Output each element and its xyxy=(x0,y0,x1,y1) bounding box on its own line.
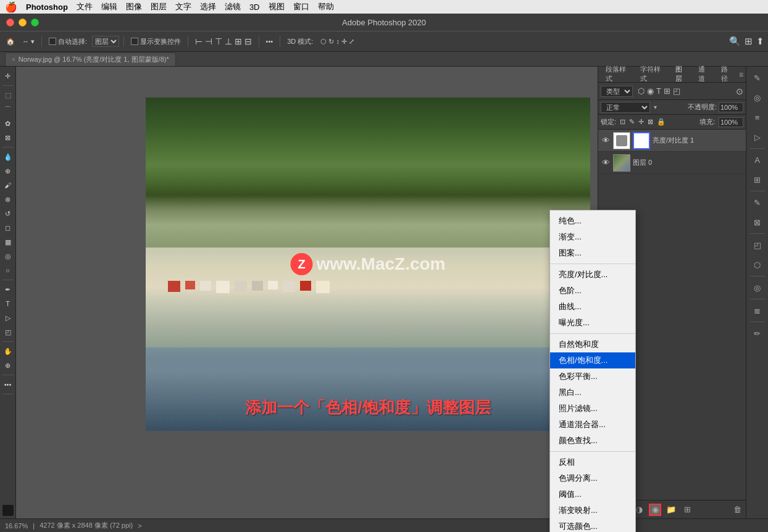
status-arrow[interactable]: > xyxy=(138,522,141,530)
menu-3d[interactable]: 3D xyxy=(249,2,260,12)
filter-shape-icon[interactable]: ⊞ xyxy=(664,86,670,96)
menu-color-balance[interactable]: 色彩平衡... xyxy=(550,368,635,384)
menu-solid-color[interactable]: 纯色... xyxy=(550,213,635,229)
close-window-button[interactable] xyxy=(6,19,14,27)
eraser-tool-btn[interactable]: ◻ xyxy=(1,221,15,235)
menu-image[interactable]: 图像 xyxy=(126,1,142,12)
lock-transparent-icon[interactable]: ⊡ xyxy=(620,118,625,126)
more-options[interactable]: ••• xyxy=(264,36,276,46)
menu-color-lookup[interactable]: 颜色查找... xyxy=(550,433,635,449)
gradient-tool-btn[interactable]: ▦ xyxy=(1,235,15,249)
right-tool-5[interactable]: A xyxy=(749,151,766,168)
lock-all-icon[interactable]: 🔒 xyxy=(657,118,666,126)
filter-type-select[interactable]: 类型 xyxy=(601,86,633,97)
shape-tool-btn[interactable]: ◰ xyxy=(1,325,15,339)
menu-exposure[interactable]: 曝光度... xyxy=(550,315,635,331)
layer-visibility-adjustment[interactable]: 👁 xyxy=(601,136,611,146)
filter-pixel-icon[interactable]: ⬡ xyxy=(638,86,645,96)
apple-menu[interactable]: 🍎 xyxy=(5,1,17,13)
move-tool-btn[interactable]: ✛ xyxy=(1,69,15,83)
3d-mode-icons[interactable]: ⬡ ↻ ↕ ✛ ⤢ xyxy=(318,36,357,47)
menu-view[interactable]: 视图 xyxy=(269,1,285,12)
search-icon[interactable]: 🔍 xyxy=(729,36,741,47)
menu-window[interactable]: 窗口 xyxy=(293,1,309,12)
right-tool-11[interactable]: ◎ xyxy=(749,279,766,296)
right-tool-10[interactable]: ⬡ xyxy=(749,256,766,273)
right-tool-12[interactable]: ≣ xyxy=(749,302,766,319)
right-tool-4[interactable]: ▷ xyxy=(749,128,766,146)
menu-selective-color[interactable]: 可选颜色... xyxy=(550,518,635,532)
add-group-button[interactable]: 📁 xyxy=(665,504,677,516)
menu-brightness-contrast[interactable]: 亮度/对比度... xyxy=(550,267,635,283)
menu-photoshop[interactable]: Photoshop xyxy=(26,2,68,12)
right-tool-3[interactable]: ≡ xyxy=(749,109,766,126)
add-layer-button[interactable]: ⊞ xyxy=(681,504,693,516)
blend-mode-select[interactable]: 正常 xyxy=(601,102,650,113)
maximize-window-button[interactable] xyxy=(31,19,39,27)
home-button[interactable]: 🏠 xyxy=(4,36,17,47)
filter-text-icon[interactable]: T xyxy=(656,86,661,96)
foreground-color[interactable] xyxy=(2,505,14,516)
menu-bw[interactable]: 黑白... xyxy=(550,384,635,401)
menu-text[interactable]: 文字 xyxy=(175,1,191,12)
stamp-tool-btn[interactable]: ⊗ xyxy=(1,193,15,206)
document-tab[interactable]: × Norway.jpg @ 16.7% (亮度/对比度 1, 图层蒙版/8)* xyxy=(5,52,176,66)
right-tool-7[interactable]: ✎ xyxy=(749,194,766,211)
fill-input[interactable] xyxy=(719,117,743,127)
filter-smart-icon[interactable]: ◰ xyxy=(673,86,680,96)
share-icon[interactable]: ⬆ xyxy=(756,36,764,47)
brush-tool-btn[interactable]: 🖌 xyxy=(1,178,15,192)
crop-tool-btn[interactable]: ⊠ xyxy=(1,131,15,144)
menu-gradient-map[interactable]: 渐变映射... xyxy=(550,502,635,518)
right-tool-8[interactable]: ⊠ xyxy=(749,214,766,231)
filter-adj-icon[interactable]: ◉ xyxy=(647,86,654,96)
transform-checkbox[interactable]: 显示变换控件 xyxy=(128,36,183,48)
menu-pattern[interactable]: 图案... xyxy=(550,245,635,261)
blur-tool-btn[interactable]: ◎ xyxy=(1,249,15,263)
eyedropper-tool-btn[interactable]: 💧 xyxy=(1,150,15,164)
pen-tool-btn[interactable]: ✒ xyxy=(1,283,15,296)
minimize-window-button[interactable] xyxy=(19,19,27,27)
dodge-tool-btn[interactable]: ○ xyxy=(1,264,15,277)
align-buttons[interactable]: ⊢ ⊣ ⊤ ⊥ ⊞ ⊟ xyxy=(193,35,254,48)
filter-toggle[interactable]: ⊙ xyxy=(736,86,743,96)
menu-posterize[interactable]: 色调分离... xyxy=(550,470,635,486)
menu-hue-saturation[interactable]: 色相/饱和度... xyxy=(550,352,635,368)
tab-close[interactable]: × xyxy=(12,56,15,63)
text-tool-btn[interactable]: T xyxy=(1,297,15,310)
lock-artboard-icon[interactable]: ⊠ xyxy=(648,118,653,126)
move-tool[interactable]: ↔ ▾ xyxy=(20,36,37,47)
layer-item-image[interactable]: 👁 图层 0 xyxy=(598,152,746,174)
menu-curves[interactable]: 曲线... xyxy=(550,299,635,315)
menu-photo-filter[interactable]: 照片滤镜... xyxy=(550,401,635,417)
menu-edit[interactable]: 编辑 xyxy=(101,1,117,12)
more-tools-btn[interactable]: ••• xyxy=(1,378,15,391)
menu-threshold[interactable]: 阈值... xyxy=(550,486,635,502)
view-toggle-icon[interactable]: ⊞ xyxy=(745,36,753,47)
hand-tool-btn[interactable]: ✋ xyxy=(1,344,15,358)
history-tool-btn[interactable]: ↺ xyxy=(1,207,15,220)
menu-file[interactable]: 文件 xyxy=(77,1,93,12)
quick-select-tool-btn[interactable]: ✿ xyxy=(1,117,15,130)
healing-tool-btn[interactable]: ⊕ xyxy=(1,164,15,178)
layer-item-adjustment[interactable]: 👁 亮度/对比度 1 xyxy=(598,130,746,152)
zoom-tool-btn[interactable]: ⊕ xyxy=(1,359,15,372)
menu-channel-mixer[interactable]: 通道混合器... xyxy=(550,417,635,433)
menu-invert[interactable]: 反相 xyxy=(550,454,635,470)
menu-levels[interactable]: 色阶... xyxy=(550,283,635,299)
right-tool-9[interactable]: ◰ xyxy=(749,236,766,254)
marquee-tool-btn[interactable]: ⬚ xyxy=(1,88,15,102)
right-tool-13[interactable]: ✏ xyxy=(749,325,766,342)
auto-select-dropdown[interactable]: 图层 xyxy=(92,36,119,47)
opacity-input[interactable] xyxy=(719,102,743,112)
menu-layer[interactable]: 图层 xyxy=(151,1,167,12)
menu-select[interactable]: 选择 xyxy=(200,1,216,12)
lasso-tool-btn[interactable]: ⌒ xyxy=(1,102,15,116)
lock-brush-icon[interactable]: ✎ xyxy=(629,118,635,126)
right-tool-6[interactable]: ⊞ xyxy=(749,171,766,188)
right-tool-2[interactable]: ◎ xyxy=(749,89,766,106)
menu-vibrance[interactable]: 自然饱和度 xyxy=(550,336,635,352)
menu-help[interactable]: 帮助 xyxy=(318,1,334,12)
lock-move-icon[interactable]: ✛ xyxy=(638,118,644,126)
auto-select-checkbox[interactable]: 自动选择: xyxy=(46,36,90,48)
